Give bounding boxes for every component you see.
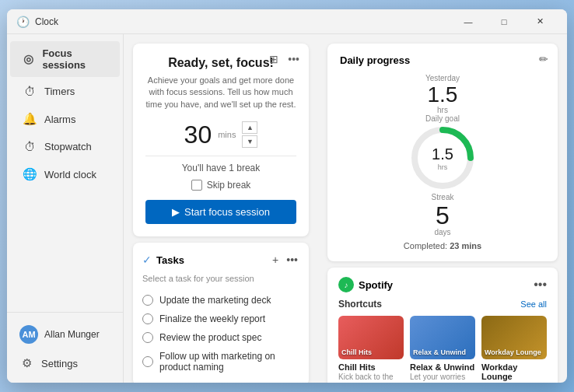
start-btn-label: Start focus session xyxy=(184,206,270,218)
yesterday-stat: Yesterday 1.5 hrs xyxy=(425,74,460,114)
shortcut-bg-relax: Relax & Unwind xyxy=(410,316,475,359)
sidebar-item-timers[interactable]: ⏱ Timers xyxy=(10,79,120,104)
progress-card: Daily progress ✏ Yesterday 1.5 hrs Daily… xyxy=(327,44,558,261)
task-label-4: Follow up with marketing on product nami… xyxy=(159,351,299,373)
time-value: 30 xyxy=(184,122,212,147)
sidebar-item-worldclock-label: World clock xyxy=(44,169,96,180)
task-label-2: Finalize the weekly report xyxy=(159,313,265,324)
sidebar-item-focus-sessions[interactable]: ◎ Focus sessions xyxy=(10,41,120,77)
yesterday-label: Yesterday xyxy=(425,74,460,82)
maximize-button[interactable]: □ xyxy=(486,9,522,34)
sidebar-item-alarms[interactable]: 🔔 Alarms xyxy=(10,106,120,132)
spotify-logo: ♪ xyxy=(338,277,354,292)
sidebar-bottom: AM Allan Munger ⚙ Settings xyxy=(7,312,123,376)
task-item-1[interactable]: Update the marketing deck xyxy=(142,291,299,310)
task-item-2[interactable]: Finalize the weekly report xyxy=(142,310,299,328)
world-clock-icon: 🌐 xyxy=(23,167,37,181)
shortcut-thumb-workday: Workday Lounge xyxy=(481,316,547,359)
app-icon: 🕐 xyxy=(16,16,29,28)
streak-unit: days xyxy=(434,228,450,236)
break-info: You'll have 1 break xyxy=(145,163,296,173)
donut-unit: hrs xyxy=(432,163,453,171)
streak-label: Streak xyxy=(432,193,454,201)
card-header-icons: ⊞ ••• xyxy=(268,51,301,67)
sidebar: ◎ Focus sessions ⏱ Timers 🔔 Alarms ⏱ Sto… xyxy=(7,34,124,383)
progress-edit-button[interactable]: ✏ xyxy=(539,53,548,65)
tasks-actions: + ••• xyxy=(271,252,299,268)
tasks-more-button[interactable]: ••• xyxy=(285,252,299,268)
sidebar-item-alarms-label: Alarms xyxy=(44,114,75,125)
completed-text: Completed: 23 mins xyxy=(340,241,545,250)
task-radio-4[interactable] xyxy=(142,356,153,367)
focus-card: ⊞ ••• Ready, set, focus! Achieve your go… xyxy=(133,44,309,236)
focus-description: Achieve your goals and get more done wit… xyxy=(145,75,296,110)
donut-value: 1.5 xyxy=(432,145,453,163)
settings-item[interactable]: ⚙ Settings xyxy=(7,350,123,376)
progress-content: Yesterday 1.5 hrs Daily goal 1.5 hr xyxy=(340,74,545,236)
chill-desc: Kick back to the best new and rece... xyxy=(338,372,404,383)
sidebar-item-world-clock[interactable]: 🌐 World clock xyxy=(10,161,120,187)
streak-value: 5 xyxy=(436,203,450,228)
see-all-shortcuts-button[interactable]: See all xyxy=(520,299,547,309)
daily-goal-label: Daily goal xyxy=(425,114,460,123)
sidebar-item-focus-label: Focus sessions xyxy=(42,47,107,71)
minimize-button[interactable]: — xyxy=(450,9,486,34)
task-item-4[interactable]: Follow up with marketing on product nami… xyxy=(142,347,299,376)
skip-break-checkbox[interactable] xyxy=(191,180,202,191)
right-panel: Daily progress ✏ Yesterday 1.5 hrs Daily… xyxy=(318,34,567,383)
shortcut-chill-hits[interactable]: Chill Hits Chill Hits Kick back to the b… xyxy=(338,316,404,383)
task-radio-2[interactable] xyxy=(142,313,153,324)
focus-sessions-icon: ◎ xyxy=(23,52,34,66)
shortcut-thumb-relax: Relax & Unwind xyxy=(410,316,475,359)
workday-label: Workday Lounge xyxy=(485,348,541,356)
add-task-button[interactable]: + xyxy=(271,252,280,268)
settings-label: Settings xyxy=(41,358,78,369)
shortcut-relax-unwind[interactable]: Relax & Unwind Relax & Unwind Let your w… xyxy=(410,316,475,383)
task-item-3[interactable]: Review the product spec xyxy=(142,328,299,347)
donut-center: 1.5 hrs xyxy=(432,145,453,171)
divider xyxy=(145,156,296,156)
sidebar-item-stopwatch-label: Stopwatch xyxy=(44,141,92,152)
completed-value: 23 mins xyxy=(450,241,481,250)
tasks-description: Select a task for your session xyxy=(142,274,299,283)
relax-desc: Let your worries and cares slip away. xyxy=(410,372,475,383)
tasks-icon: ✓ xyxy=(142,254,152,266)
shortcut-thumb-chill: Chill Hits xyxy=(338,316,404,359)
time-increment-button[interactable]: ▲ xyxy=(242,121,257,134)
start-focus-button[interactable]: ▶ Start focus session xyxy=(145,200,296,224)
task-radio-1[interactable] xyxy=(142,295,153,306)
fullscreen-icon[interactable]: ⊞ xyxy=(268,51,280,67)
title-bar: 🕐 Clock — □ ✕ xyxy=(7,9,567,34)
sidebar-item-stopwatch[interactable]: ⏱ Stopwatch xyxy=(10,134,120,159)
time-decrement-button[interactable]: ▼ xyxy=(242,135,257,148)
app-window: 🕐 Clock — □ ✕ ◎ Focus sessions ⏱ Timers … xyxy=(7,9,567,383)
streak-stat: Streak 5 days xyxy=(432,193,454,236)
app-body: ◎ Focus sessions ⏱ Timers 🔔 Alarms ⏱ Sto… xyxy=(7,34,567,383)
shortcuts-label: Shortcuts xyxy=(338,299,382,310)
chill-label: Chill Hits xyxy=(341,348,372,356)
user-profile[interactable]: AM Allan Munger xyxy=(7,319,123,350)
tasks-card: ✓ Tasks + ••• Select a task for your ses… xyxy=(133,243,309,383)
relax-label: Relax & Unwind xyxy=(413,348,466,356)
progress-title: Daily progress xyxy=(340,54,545,66)
donut-chart: 1.5 hrs xyxy=(408,123,478,193)
close-button[interactable]: ✕ xyxy=(522,9,558,34)
task-radio-3[interactable] xyxy=(142,332,153,343)
main-content: ⊞ ••• Ready, set, focus! Achieve your go… xyxy=(124,34,567,383)
shortcut-bg-chill: Chill Hits xyxy=(338,316,404,359)
settings-icon: ⚙ xyxy=(19,356,33,370)
time-selector: 30 mins ▲ ▼ xyxy=(145,121,296,148)
shortcut-workday-lounge[interactable]: Workday Lounge Workday Lounge Lounge and… xyxy=(481,316,547,383)
yesterday-unit: hrs xyxy=(437,106,448,114)
task-label-1: Update the marketing deck xyxy=(159,295,271,306)
spotify-more-button[interactable]: ••• xyxy=(534,278,547,292)
more-options-icon[interactable]: ••• xyxy=(286,51,301,67)
stopwatch-icon: ⏱ xyxy=(23,140,37,153)
spotify-name: Spotify xyxy=(359,279,534,291)
timers-icon: ⏱ xyxy=(23,85,37,98)
task-label-3: Review the product spec xyxy=(159,332,261,343)
sidebar-item-timers-label: Timers xyxy=(44,86,75,97)
yesterday-value: 1.5 xyxy=(428,84,458,106)
user-name: Allan Munger xyxy=(44,329,100,340)
shortcuts-grid: Chill Hits Chill Hits Kick back to the b… xyxy=(338,316,547,383)
